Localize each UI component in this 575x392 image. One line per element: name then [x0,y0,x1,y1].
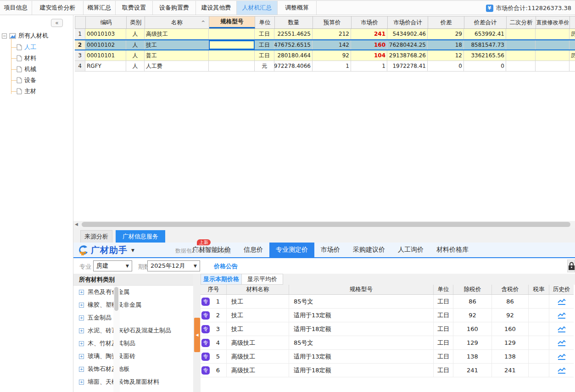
tab-other-cost[interactable]: 建设其他费 [196,1,237,15]
col-spec[interactable]: 规格型号 [209,17,255,28]
col-direct-modify[interactable]: 直接修改单价 [536,17,570,28]
table-row[interactable]: 4 RGFY 人 人工费 元 1972278.4066 1 1 1972278.… [75,61,575,72]
category-stone-floor[interactable]: + 装饰石材及地板 [79,364,129,374]
expand-plus-icon[interactable]: + [79,354,84,359]
col-price-diff[interactable]: 价差 [428,17,464,28]
col-secondary-analysis[interactable]: 二次分析 [507,17,536,28]
tree-collapse-icon[interactable]: − [2,33,7,39]
sidebar-collapse-button[interactable]: « [51,19,63,27]
logo-dropdown-icon[interactable]: ▼ [131,248,134,253]
chevron-down-icon: ▼ [194,264,197,268]
nav-market-price[interactable]: 市场价 [314,243,346,257]
expand-plus-icon[interactable]: + [79,367,84,372]
category-hardware[interactable]: + 五金制品 [79,313,112,322]
pcol-spec[interactable]: 规格型号 [289,285,434,294]
tree-root-all-items[interactable]: − 所有人材机 [2,32,48,40]
price-notice-link[interactable]: 价格公告 [214,262,238,271]
category-metals[interactable]: + 黑色及有色金属 [79,287,129,297]
sidebar-item-label: 主材 [24,87,36,95]
nav-info-price[interactable]: 信息价 [237,243,269,257]
spec-edit-cell[interactable] [209,40,255,50]
category-wood-bamboo[interactable]: + 木、竹材及其制品 [79,339,135,348]
col-unit[interactable]: 单位 [255,17,275,28]
history-chart-icon[interactable] [549,350,574,363]
tab-source-analysis[interactable]: 来源分析 [80,230,112,243]
col-name[interactable]: 名称^ [145,17,209,28]
price-row[interactable]: 专1 技工 85号文 工日 86 86 [201,295,574,309]
guangcai-logo[interactable]: 广材助手 ▼ [77,244,134,256]
sidebar-item-machinery[interactable]: 机械 [17,65,36,74]
category-panel-title: 所有材料类别 [73,274,193,286]
col-qty[interactable]: 数量 [275,17,313,28]
nav-purchase-advice[interactable]: 采购建议价 [346,243,391,257]
period-select[interactable]: 2025年12月 ▼ [147,260,200,271]
major-select[interactable]: 房建 ▼ [93,260,132,271]
col-code[interactable]: 编码 [86,17,127,28]
tab-project-info[interactable]: 项目信息 [0,1,32,15]
sidebar-item-equipment[interactable]: 设备 [17,76,36,85]
col-budget-price[interactable]: 预算价 [313,17,352,28]
sidebar-item-material[interactable]: 材料 [17,54,36,63]
lock-button[interactable] [567,259,575,272]
scrollbar-thumb[interactable] [114,287,118,311]
tab-guangcai-service[interactable]: 广材信息服务 [116,230,165,243]
pcol-num[interactable]: 序号 [201,285,227,294]
tab-labor-material-summary[interactable]: 人材机汇总 [237,1,278,15]
document-icon [17,55,22,61]
horizontal-scrollbar[interactable]: ◀ [73,221,575,228]
nav-labor-inquiry[interactable]: 人工询价 [391,243,430,257]
history-chart-icon[interactable] [549,364,574,377]
pcol-unit[interactable]: 单位 [434,285,453,294]
sidebar-item-labor[interactable]: 人工 [17,43,36,52]
price-row[interactable]: 专2 技工 适用于13定额 工日 92 92 [201,309,574,322]
sidebar-item-main-material[interactable]: 主材 [17,87,36,96]
table-row[interactable]: 3 00010101 人 普工 工日 280180.464 92 104 291… [75,50,575,61]
col-market-total[interactable]: 市场价合计 [388,17,428,28]
expand-plus-icon[interactable]: + [79,341,84,346]
history-chart-icon[interactable] [549,309,574,322]
sidebar-item-label: 材料 [24,54,36,62]
expand-plus-icon[interactable]: + [79,380,84,385]
pcol-tax[interactable]: 税率 [529,285,549,294]
col-type[interactable]: 类别 [127,17,145,28]
category-rubber-plastic[interactable]: + 橡胶、塑料及非金属 [79,300,141,309]
nav-material-price-lib[interactable]: 材料价格库 [430,243,475,257]
expand-plus-icon[interactable]: + [79,290,84,295]
nav-professional-price[interactable]: 专业测定价 [269,243,314,257]
price-row[interactable]: 专6 高级技工 适用于18定额 工日 241 241 [201,364,574,377]
tab-current-price[interactable]: 显示本期价格 [201,274,242,285]
history-chart-icon[interactable] [549,322,574,336]
nav-smart-compare[interactable]: 上新 广材智能比价 [186,243,237,257]
pcol-history[interactable]: 历史价 [549,285,574,294]
expand-plus-icon[interactable]: + [79,303,84,308]
tab-cost-analysis[interactable]: 建安造价分析 [32,1,84,15]
expand-plus-icon[interactable]: + [79,315,84,320]
pcol-price-ex[interactable]: 除税价 [453,285,492,294]
scrollbar-thumb[interactable] [82,222,570,227]
col-diff-total[interactable]: 价差合计 [464,17,507,28]
pcol-name[interactable]: 材料名称 [227,285,289,294]
category-scrollbar[interactable] [113,286,120,392]
category-glass-ceramic[interactable]: + 玻璃、陶瓷及面砖 [79,352,135,361]
price-table-tabs: 显示本期价格 显示平均价 [201,274,575,285]
price-row[interactable]: 专5 高级技工 适用于13定额 工日 138 138 [201,350,574,364]
price-row[interactable]: 专3 技工 适用于18定额 工日 160 160 [201,322,574,336]
category-cement-concrete[interactable]: + 水泥、砖瓦灰砂石及混凝土制品 [79,326,171,335]
tab-fee-settings[interactable]: 取费设置 [116,1,153,15]
price-row[interactable]: 专4 高级技工 85号文 工日 129 129 [201,336,574,350]
category-label: 墙面、天棚装饰及屋面材料 [88,378,159,386]
tab-estimate-summary[interactable]: 概算汇总 [84,1,116,15]
table-row[interactable]: 1 00010103 人 高级技工 工日 22551.4625 212 241 … [75,29,575,39]
col-market-price[interactable]: 市场价 [352,17,388,28]
table-row-selected[interactable]: 2 00010102 人 技工 工日 476752.6515 142 160 7… [75,39,575,50]
tab-adjust-estimate[interactable]: 调整概算 [278,1,317,15]
expand-plus-icon[interactable]: + [79,328,84,333]
tab-average-price[interactable]: 显示平均价 [242,274,283,285]
scroll-left-icon[interactable]: ◀ [75,222,78,226]
filter-row: 专业 房建 ▼ 期数 2025年12月 ▼ 价格公告 [73,258,575,274]
history-chart-icon[interactable] [549,336,574,349]
tab-equipment-cost[interactable]: 设备购置费 [153,1,196,15]
panel-collapse-handle[interactable]: ◀ [194,318,200,352]
history-chart-icon[interactable] [549,295,574,308]
pcol-price-inc[interactable]: 含税价 [492,285,529,294]
